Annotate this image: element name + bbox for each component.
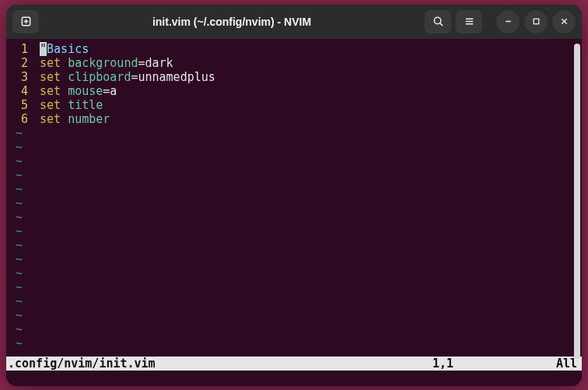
code-line[interactable]: 5 set title bbox=[6, 98, 582, 112]
editor-content[interactable]: 1 "Basics2 set background=dark3 set clip… bbox=[6, 39, 582, 357]
line-number: 2 bbox=[6, 56, 33, 70]
empty-line: ~ bbox=[6, 294, 582, 308]
empty-line: ~ bbox=[6, 280, 582, 294]
token-comment: Basics bbox=[47, 42, 89, 56]
empty-line: ~ bbox=[6, 252, 582, 266]
line-number: 6 bbox=[6, 112, 33, 126]
token-option: number bbox=[68, 112, 110, 126]
token-text: =unnamedplus bbox=[131, 70, 215, 84]
status-bar: .config/nvim/init.vim 1,1 All bbox=[6, 357, 582, 371]
token-text bbox=[61, 70, 68, 84]
token-keyword: set bbox=[40, 112, 61, 126]
code-line[interactable]: 1 "Basics bbox=[6, 42, 582, 56]
token-option: background bbox=[68, 56, 138, 70]
scrollbar[interactable] bbox=[574, 44, 580, 359]
token-cursor: " bbox=[40, 42, 47, 56]
code-line[interactable]: 6 set number bbox=[6, 112, 582, 126]
token-option: title bbox=[68, 98, 103, 112]
empty-line: ~ bbox=[6, 210, 582, 224]
status-file-path: .config/nvim/init.vim bbox=[6, 357, 432, 371]
token-keyword: set bbox=[40, 98, 61, 112]
line-number: 1 bbox=[6, 42, 33, 56]
empty-line: ~ bbox=[6, 168, 582, 182]
token-text: =dark bbox=[138, 56, 173, 70]
terminal-window: init.vim (~/.config/nvim) - NVIM 1 "Basi… bbox=[6, 5, 582, 386]
empty-line: ~ bbox=[6, 126, 582, 140]
line-number: 3 bbox=[6, 70, 33, 84]
empty-line: ~ bbox=[6, 238, 582, 252]
empty-line: ~ bbox=[6, 336, 582, 350]
window-title: init.vim (~/.config/nvim) - NVIM bbox=[44, 16, 420, 28]
empty-line: ~ bbox=[6, 182, 582, 196]
minimize-button[interactable] bbox=[496, 10, 520, 33]
svg-point-3 bbox=[434, 17, 440, 23]
empty-line: ~ bbox=[6, 224, 582, 238]
token-option: clipboard bbox=[68, 70, 131, 84]
maximize-button[interactable] bbox=[524, 10, 548, 33]
token-keyword: set bbox=[40, 84, 61, 98]
search-button[interactable] bbox=[425, 10, 451, 33]
menu-button[interactable] bbox=[456, 10, 482, 33]
token-keyword: set bbox=[40, 70, 61, 84]
empty-line: ~ bbox=[6, 196, 582, 210]
status-cursor-pos: 1,1 bbox=[432, 357, 541, 371]
close-button[interactable] bbox=[552, 10, 576, 33]
token-text bbox=[61, 56, 68, 70]
code-line[interactable]: 3 set clipboard=unnamedplus bbox=[6, 70, 582, 84]
new-tab-button[interactable] bbox=[12, 10, 39, 33]
svg-line-4 bbox=[439, 23, 442, 26]
titlebar: init.vim (~/.config/nvim) - NVIM bbox=[6, 5, 582, 39]
empty-line: ~ bbox=[6, 154, 582, 168]
token-text bbox=[61, 98, 68, 112]
token-keyword: set bbox=[40, 56, 61, 70]
code-line[interactable]: 4 set mouse=a bbox=[6, 84, 582, 98]
token-option: mouse bbox=[68, 84, 103, 98]
token-text bbox=[61, 84, 68, 98]
empty-line: ~ bbox=[6, 308, 582, 322]
empty-line: ~ bbox=[6, 266, 582, 280]
svg-rect-9 bbox=[534, 19, 539, 24]
editor-area[interactable]: 1 "Basics2 set background=dark3 set clip… bbox=[6, 39, 582, 386]
line-number: 5 bbox=[6, 98, 33, 112]
code-line[interactable]: 2 set background=dark bbox=[6, 56, 582, 70]
command-line[interactable] bbox=[6, 371, 582, 386]
empty-line: ~ bbox=[6, 322, 582, 336]
empty-line: ~ bbox=[6, 140, 582, 154]
token-text bbox=[61, 112, 68, 126]
line-number: 4 bbox=[6, 84, 33, 98]
token-text: =a bbox=[103, 84, 117, 98]
